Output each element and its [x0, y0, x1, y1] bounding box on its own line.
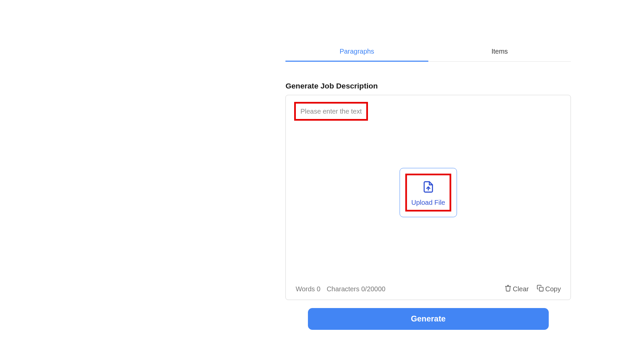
section-title: Generate Job Description — [285, 82, 571, 90]
words-count: Words 0 — [296, 285, 320, 293]
clear-button[interactable]: Clear — [504, 285, 529, 293]
tab-paragraphs[interactable]: Paragraphs — [285, 42, 428, 62]
placeholder-highlight: Please enter the text — [294, 102, 368, 121]
copy-label: Copy — [545, 285, 561, 293]
characters-count: Characters 0/20000 — [327, 285, 385, 293]
upload-file-button[interactable]: Upload File — [399, 168, 457, 217]
tabs-bar: Paragraphs Items — [285, 42, 571, 62]
copy-button[interactable]: Copy — [537, 285, 561, 293]
upload-highlight: Upload File — [405, 174, 451, 212]
svg-rect-1 — [539, 287, 543, 291]
tab-items[interactable]: Items — [428, 42, 571, 61]
input-placeholder: Please enter the text — [301, 108, 362, 115]
upload-file-icon — [422, 181, 434, 195]
text-input-area[interactable]: Please enter the text Upload File Word — [285, 95, 571, 300]
clear-label: Clear — [513, 285, 529, 293]
trash-icon — [504, 285, 512, 293]
generate-button[interactable]: Generate — [308, 308, 549, 330]
upload-file-label: Upload File — [411, 199, 445, 206]
copy-icon — [537, 285, 544, 293]
